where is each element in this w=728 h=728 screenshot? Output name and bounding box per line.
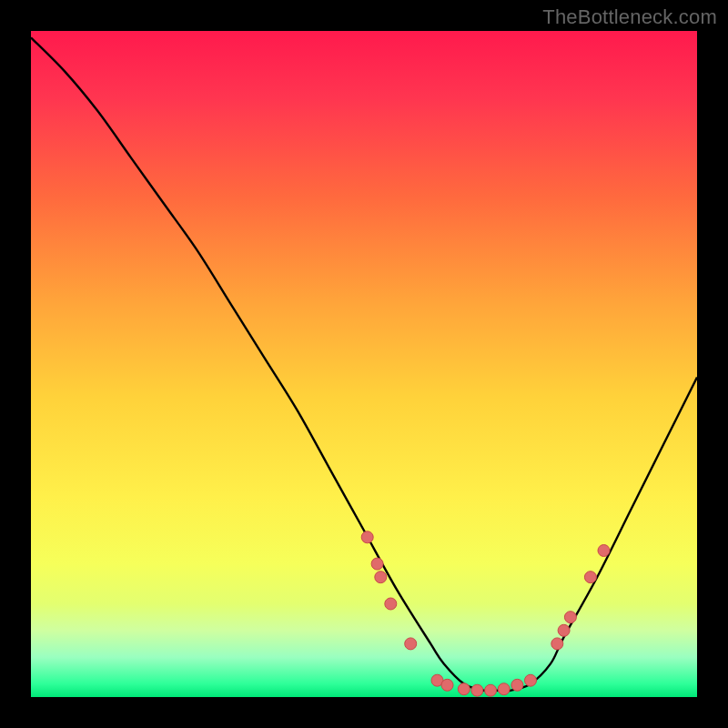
curve-marker [525,674,537,686]
curve-marker [458,683,470,695]
curve-markers [361,531,610,696]
chart-frame: TheBottleneck.com [0,0,728,728]
chart-svg [31,31,697,697]
watermark-text: TheBottleneck.com [542,5,717,29]
curve-marker [361,531,373,543]
curve-marker [405,638,417,650]
curve-marker [564,612,576,623]
curve-marker [584,571,596,583]
curve-marker [485,684,497,696]
curve-marker [385,598,397,610]
curve-marker [371,558,383,570]
chart-plot-area [31,31,697,697]
curve-marker [511,679,523,691]
curve-marker [498,683,510,695]
curve-marker [598,545,610,557]
curve-marker [471,684,483,696]
curve-marker [551,638,563,650]
curve-marker [558,624,570,636]
curve-marker [375,571,387,583]
curve-marker [441,679,453,691]
bottleneck-curve [31,37,697,691]
